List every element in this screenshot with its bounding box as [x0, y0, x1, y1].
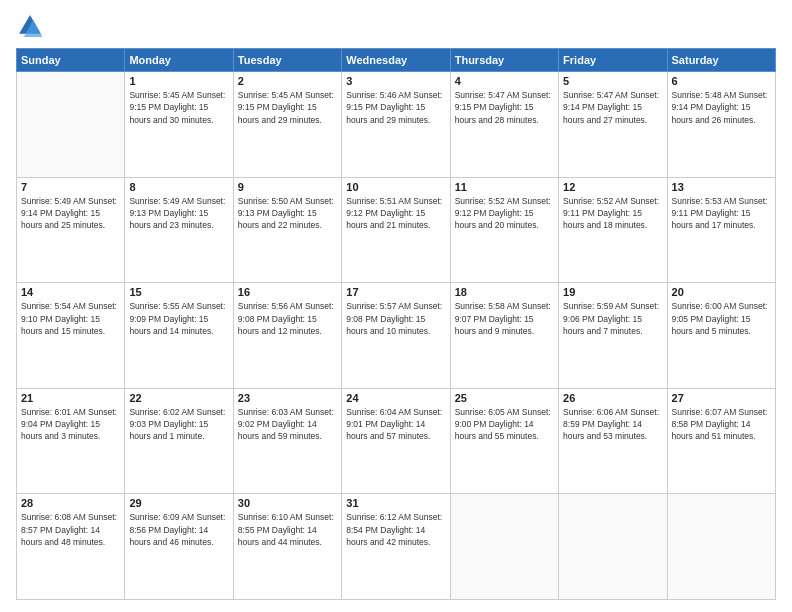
calendar-cell: 24Sunrise: 6:04 AM Sunset: 9:01 PM Dayli…	[342, 388, 450, 494]
day-number: 16	[238, 286, 337, 298]
day-info: Sunrise: 6:12 AM Sunset: 8:54 PM Dayligh…	[346, 511, 445, 548]
day-info: Sunrise: 5:53 AM Sunset: 9:11 PM Dayligh…	[672, 195, 771, 232]
calendar-cell: 2Sunrise: 5:45 AM Sunset: 9:15 PM Daylig…	[233, 72, 341, 178]
day-number: 7	[21, 181, 120, 193]
weekday-header-monday: Monday	[125, 49, 233, 72]
day-info: Sunrise: 6:01 AM Sunset: 9:04 PM Dayligh…	[21, 406, 120, 443]
day-info: Sunrise: 6:08 AM Sunset: 8:57 PM Dayligh…	[21, 511, 120, 548]
calendar-cell	[559, 494, 667, 600]
day-info: Sunrise: 6:06 AM Sunset: 8:59 PM Dayligh…	[563, 406, 662, 443]
calendar-cell	[450, 494, 558, 600]
calendar-week-row: 1Sunrise: 5:45 AM Sunset: 9:15 PM Daylig…	[17, 72, 776, 178]
day-number: 21	[21, 392, 120, 404]
day-number: 8	[129, 181, 228, 193]
calendar-cell: 15Sunrise: 5:55 AM Sunset: 9:09 PM Dayli…	[125, 283, 233, 389]
calendar-cell: 8Sunrise: 5:49 AM Sunset: 9:13 PM Daylig…	[125, 177, 233, 283]
day-info: Sunrise: 5:48 AM Sunset: 9:14 PM Dayligh…	[672, 89, 771, 126]
day-number: 31	[346, 497, 445, 509]
day-info: Sunrise: 5:50 AM Sunset: 9:13 PM Dayligh…	[238, 195, 337, 232]
weekday-header-wednesday: Wednesday	[342, 49, 450, 72]
calendar-table: SundayMondayTuesdayWednesdayThursdayFrid…	[16, 48, 776, 600]
day-info: Sunrise: 6:04 AM Sunset: 9:01 PM Dayligh…	[346, 406, 445, 443]
calendar-cell: 26Sunrise: 6:06 AM Sunset: 8:59 PM Dayli…	[559, 388, 667, 494]
day-number: 20	[672, 286, 771, 298]
day-info: Sunrise: 5:47 AM Sunset: 9:14 PM Dayligh…	[563, 89, 662, 126]
calendar-cell: 16Sunrise: 5:56 AM Sunset: 9:08 PM Dayli…	[233, 283, 341, 389]
day-number: 3	[346, 75, 445, 87]
day-number: 30	[238, 497, 337, 509]
calendar-cell	[667, 494, 775, 600]
day-number: 1	[129, 75, 228, 87]
day-info: Sunrise: 6:09 AM Sunset: 8:56 PM Dayligh…	[129, 511, 228, 548]
day-info: Sunrise: 5:46 AM Sunset: 9:15 PM Dayligh…	[346, 89, 445, 126]
calendar-week-row: 28Sunrise: 6:08 AM Sunset: 8:57 PM Dayli…	[17, 494, 776, 600]
calendar-cell: 29Sunrise: 6:09 AM Sunset: 8:56 PM Dayli…	[125, 494, 233, 600]
weekday-header-thursday: Thursday	[450, 49, 558, 72]
day-number: 4	[455, 75, 554, 87]
day-number: 5	[563, 75, 662, 87]
day-number: 29	[129, 497, 228, 509]
day-info: Sunrise: 6:00 AM Sunset: 9:05 PM Dayligh…	[672, 300, 771, 337]
day-number: 19	[563, 286, 662, 298]
day-info: Sunrise: 5:52 AM Sunset: 9:11 PM Dayligh…	[563, 195, 662, 232]
day-number: 18	[455, 286, 554, 298]
calendar-cell: 3Sunrise: 5:46 AM Sunset: 9:15 PM Daylig…	[342, 72, 450, 178]
calendar-cell: 31Sunrise: 6:12 AM Sunset: 8:54 PM Dayli…	[342, 494, 450, 600]
day-info: Sunrise: 6:02 AM Sunset: 9:03 PM Dayligh…	[129, 406, 228, 443]
calendar-cell: 5Sunrise: 5:47 AM Sunset: 9:14 PM Daylig…	[559, 72, 667, 178]
day-info: Sunrise: 5:59 AM Sunset: 9:06 PM Dayligh…	[563, 300, 662, 337]
page: SundayMondayTuesdayWednesdayThursdayFrid…	[0, 0, 792, 612]
calendar-cell: 23Sunrise: 6:03 AM Sunset: 9:02 PM Dayli…	[233, 388, 341, 494]
day-number: 25	[455, 392, 554, 404]
calendar-cell: 20Sunrise: 6:00 AM Sunset: 9:05 PM Dayli…	[667, 283, 775, 389]
calendar-cell: 30Sunrise: 6:10 AM Sunset: 8:55 PM Dayli…	[233, 494, 341, 600]
header	[16, 12, 776, 40]
day-info: Sunrise: 5:45 AM Sunset: 9:15 PM Dayligh…	[238, 89, 337, 126]
logo-icon	[16, 12, 44, 40]
day-number: 2	[238, 75, 337, 87]
calendar-cell: 21Sunrise: 6:01 AM Sunset: 9:04 PM Dayli…	[17, 388, 125, 494]
day-number: 28	[21, 497, 120, 509]
day-number: 17	[346, 286, 445, 298]
calendar-cell	[17, 72, 125, 178]
calendar-cell: 22Sunrise: 6:02 AM Sunset: 9:03 PM Dayli…	[125, 388, 233, 494]
day-info: Sunrise: 5:49 AM Sunset: 9:14 PM Dayligh…	[21, 195, 120, 232]
calendar-cell: 18Sunrise: 5:58 AM Sunset: 9:07 PM Dayli…	[450, 283, 558, 389]
day-number: 6	[672, 75, 771, 87]
day-info: Sunrise: 5:52 AM Sunset: 9:12 PM Dayligh…	[455, 195, 554, 232]
day-info: Sunrise: 5:56 AM Sunset: 9:08 PM Dayligh…	[238, 300, 337, 337]
calendar-cell: 7Sunrise: 5:49 AM Sunset: 9:14 PM Daylig…	[17, 177, 125, 283]
calendar-cell: 13Sunrise: 5:53 AM Sunset: 9:11 PM Dayli…	[667, 177, 775, 283]
day-info: Sunrise: 5:51 AM Sunset: 9:12 PM Dayligh…	[346, 195, 445, 232]
calendar-cell: 17Sunrise: 5:57 AM Sunset: 9:08 PM Dayli…	[342, 283, 450, 389]
calendar-cell: 19Sunrise: 5:59 AM Sunset: 9:06 PM Dayli…	[559, 283, 667, 389]
calendar-cell: 11Sunrise: 5:52 AM Sunset: 9:12 PM Dayli…	[450, 177, 558, 283]
day-info: Sunrise: 6:10 AM Sunset: 8:55 PM Dayligh…	[238, 511, 337, 548]
day-number: 23	[238, 392, 337, 404]
calendar-cell: 9Sunrise: 5:50 AM Sunset: 9:13 PM Daylig…	[233, 177, 341, 283]
day-number: 26	[563, 392, 662, 404]
calendar-cell: 27Sunrise: 6:07 AM Sunset: 8:58 PM Dayli…	[667, 388, 775, 494]
day-info: Sunrise: 6:07 AM Sunset: 8:58 PM Dayligh…	[672, 406, 771, 443]
calendar-cell: 10Sunrise: 5:51 AM Sunset: 9:12 PM Dayli…	[342, 177, 450, 283]
day-number: 9	[238, 181, 337, 193]
day-number: 13	[672, 181, 771, 193]
day-info: Sunrise: 5:55 AM Sunset: 9:09 PM Dayligh…	[129, 300, 228, 337]
calendar-week-row: 7Sunrise: 5:49 AM Sunset: 9:14 PM Daylig…	[17, 177, 776, 283]
calendar-week-row: 21Sunrise: 6:01 AM Sunset: 9:04 PM Dayli…	[17, 388, 776, 494]
day-info: Sunrise: 5:57 AM Sunset: 9:08 PM Dayligh…	[346, 300, 445, 337]
day-number: 10	[346, 181, 445, 193]
day-number: 27	[672, 392, 771, 404]
day-info: Sunrise: 5:58 AM Sunset: 9:07 PM Dayligh…	[455, 300, 554, 337]
weekday-header-sunday: Sunday	[17, 49, 125, 72]
calendar-cell: 1Sunrise: 5:45 AM Sunset: 9:15 PM Daylig…	[125, 72, 233, 178]
day-info: Sunrise: 6:05 AM Sunset: 9:00 PM Dayligh…	[455, 406, 554, 443]
weekday-header-tuesday: Tuesday	[233, 49, 341, 72]
weekday-header-row: SundayMondayTuesdayWednesdayThursdayFrid…	[17, 49, 776, 72]
calendar-cell: 14Sunrise: 5:54 AM Sunset: 9:10 PM Dayli…	[17, 283, 125, 389]
calendar-cell: 28Sunrise: 6:08 AM Sunset: 8:57 PM Dayli…	[17, 494, 125, 600]
day-number: 14	[21, 286, 120, 298]
day-number: 15	[129, 286, 228, 298]
calendar-cell: 25Sunrise: 6:05 AM Sunset: 9:00 PM Dayli…	[450, 388, 558, 494]
weekday-header-saturday: Saturday	[667, 49, 775, 72]
